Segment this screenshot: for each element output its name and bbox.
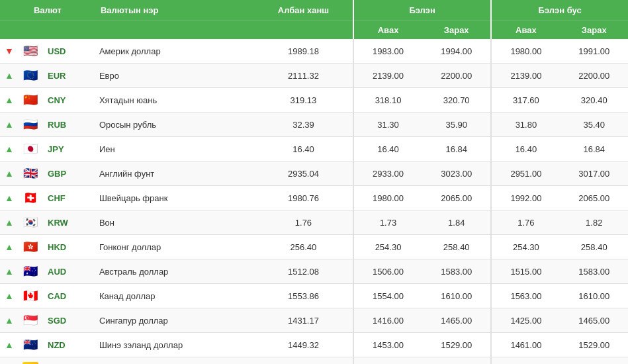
currency-code: XAU [42, 357, 95, 365]
cash-buy: 254.30 [353, 235, 422, 259]
trend-up-icon: ▲ [5, 266, 14, 277]
noncash-buy: 1563.00 [491, 284, 560, 308]
noncash-buy: 317.60 [491, 88, 560, 113]
noncash-buy: 1992.00 [491, 186, 560, 210]
noncash-buy: 31.80 [491, 113, 560, 137]
noncash-sell: 1465.00 [561, 308, 629, 333]
currency-code: EUR [42, 64, 95, 88]
currency-code: GBP [42, 161, 95, 186]
cash-buy: 2933.00 [353, 161, 422, 186]
group-belen-bus-header: Бэлэн бус [491, 0, 628, 21]
flag-cell: 🇪🇺 [19, 64, 42, 88]
noncash-sell: 16.84 [561, 137, 629, 161]
cash-sell: 320.70 [422, 88, 491, 113]
official-rate: 319.13 [254, 88, 353, 113]
cash-sell: 1465.00 [422, 308, 491, 333]
currency-code: AUD [42, 259, 95, 284]
table-row: ▲ 🇨🇳 CNY Хятадын юань 319.13 318.10 320.… [0, 88, 628, 113]
currency-code: KRW [42, 210, 95, 235]
flag-icon: 🇨🇦 [23, 289, 38, 302]
cash-sell: 2065.00 [422, 186, 491, 210]
currency-name: Сингапур доллар [95, 308, 254, 333]
cash-sell: 1583.00 [422, 259, 491, 284]
col-sell2-header: Зарах [561, 21, 629, 40]
cash-buy: 0 [353, 357, 422, 365]
cash-sell: 1994.00 [422, 39, 491, 64]
flag-icon: 🇰🇷 [23, 216, 38, 229]
currency-code: HKD [42, 235, 95, 259]
currency-code: JPY [42, 137, 95, 161]
col-name-header: Валютын нэр [95, 0, 254, 21]
table-row: ▲ 🇰🇷 KRW Вон 1.76 1.73 1.84 1.76 1.82 [0, 210, 628, 235]
currency-name: Хятадын юань [95, 88, 254, 113]
table-row: ▲ 🇭🇰 HKD Гонконг доллар 256.40 254.30 25… [0, 235, 628, 259]
trend-cell: ▲ [0, 161, 19, 186]
trend-down-icon: ▼ [5, 46, 14, 56]
noncash-sell: 1529.00 [561, 333, 629, 357]
cash-buy: 2139.00 [353, 64, 422, 88]
official-rate: 1512.08 [254, 259, 353, 284]
trend-up-icon: ▲ [5, 242, 14, 252]
table-body: ▼ 🇺🇸 USD Америк доллар 1989.18 1983.00 1… [0, 39, 628, 364]
col-valut-header: Валют [0, 0, 95, 21]
noncash-sell: 1991.00 [561, 39, 629, 64]
cash-sell: 1529.00 [422, 333, 491, 357]
currency-name: Вон [95, 210, 254, 235]
trend-cell: ▼ [0, 357, 19, 365]
noncash-sell: 258.40 [561, 235, 629, 259]
col-name-sub [95, 21, 254, 40]
trend-cell: ▲ [0, 333, 19, 357]
trend-cell: ▲ [0, 308, 19, 333]
noncash-sell: 35.40 [561, 113, 629, 137]
currency-code: CHF [42, 186, 95, 210]
currency-name: АЛТ [95, 357, 254, 365]
cash-buy: 1983.00 [353, 39, 422, 64]
official-rate: 32.39 [254, 113, 353, 137]
table-header-top: Валют Валютын нэр Албан ханш Бэлэн Бэлэн… [0, 0, 628, 21]
flag-cell: 🇨🇳 [19, 88, 42, 113]
noncash-sell: 0 [561, 357, 629, 365]
noncash-buy: 1515.00 [491, 259, 560, 284]
cash-sell: 0 [422, 357, 491, 365]
trend-up-icon: ▲ [5, 70, 14, 81]
currency-code: CAD [42, 284, 95, 308]
noncash-sell: 2065.00 [561, 186, 629, 210]
currency-name: Шинэ зэланд доллар [95, 333, 254, 357]
noncash-sell: 1610.00 [561, 284, 629, 308]
flag-cell [19, 357, 42, 365]
group-belen-header: Бэлэн [353, 0, 491, 21]
flag-cell: 🇭🇰 [19, 235, 42, 259]
flag-icon: 🇭🇰 [23, 240, 38, 253]
official-rate: 0 [254, 357, 353, 365]
flag-cell: 🇰🇷 [19, 210, 42, 235]
noncash-sell: 3017.00 [561, 161, 629, 186]
table-row: ▲ 🇦🇺 AUD Австраль доллар 1512.08 1506.00… [0, 259, 628, 284]
cash-buy: 1980.00 [353, 186, 422, 210]
trend-cell: ▲ [0, 259, 19, 284]
noncash-sell: 320.40 [561, 88, 629, 113]
flag-icon: 🇪🇺 [23, 69, 38, 82]
currency-name: Америк доллар [95, 39, 254, 64]
official-rate: 1.76 [254, 210, 353, 235]
flag-cell: 🇬🇧 [19, 161, 42, 186]
noncash-sell: 1583.00 [561, 259, 629, 284]
trend-cell: ▲ [0, 64, 19, 88]
flag-cell: 🇷🇺 [19, 113, 42, 137]
table-row: ▲ 🇯🇵 JPY Иен 16.40 16.40 16.84 16.40 16.… [0, 137, 628, 161]
official-rate: 1449.32 [254, 333, 353, 357]
flag-icon: 🇸🇬 [23, 314, 38, 327]
col-valut-sub [0, 21, 95, 40]
trend-cell: ▲ [0, 137, 19, 161]
table-row: ▲ 🇨🇭 CHF Швейцарь франк 1980.76 1980.00 … [0, 186, 628, 210]
currency-name: Австраль доллар [95, 259, 254, 284]
official-rate: 1553.86 [254, 284, 353, 308]
cash-sell: 3023.00 [422, 161, 491, 186]
official-rate: 2935.04 [254, 161, 353, 186]
trend-up-icon: ▲ [5, 217, 14, 228]
currency-name: Евро [95, 64, 254, 88]
flag-cell: 🇨🇦 [19, 284, 42, 308]
cash-sell: 16.84 [422, 137, 491, 161]
currency-code: RUB [42, 113, 95, 137]
table-row: ▲ 🇷🇺 RUB Оросын рубль 32.39 31.30 35.90 … [0, 113, 628, 137]
flag-icon: 🇨🇭 [23, 191, 38, 205]
